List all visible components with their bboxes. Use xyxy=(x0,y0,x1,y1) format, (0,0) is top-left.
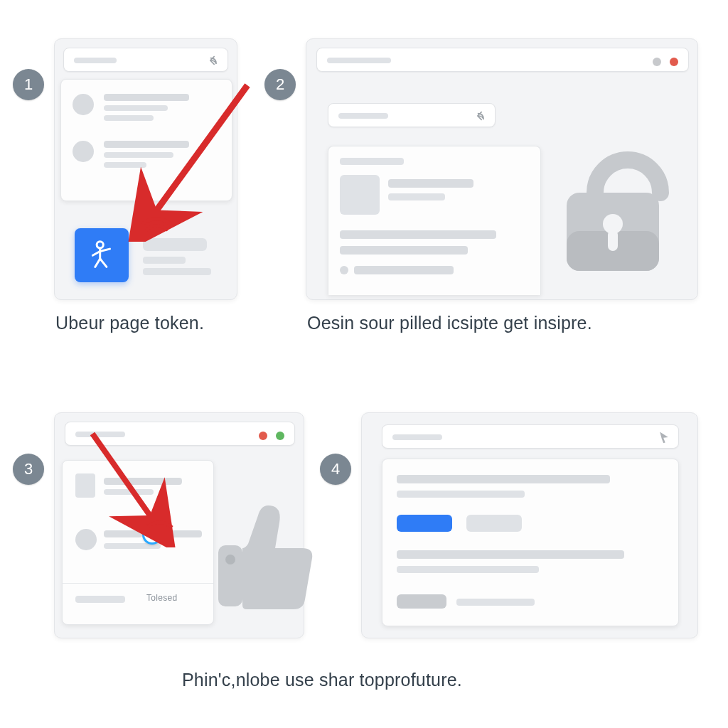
address-placeholder xyxy=(327,58,391,63)
list-line xyxy=(104,105,168,111)
app-tile[interactable] xyxy=(75,228,129,282)
result-line xyxy=(397,475,610,483)
svg-rect-5 xyxy=(608,230,618,251)
svg-rect-6 xyxy=(218,545,242,606)
window-dot-green xyxy=(276,432,284,440)
primary-action-button[interactable] xyxy=(397,515,452,532)
search-placeholder xyxy=(338,113,388,119)
list-line xyxy=(104,141,189,148)
content-line xyxy=(354,266,454,274)
window-dot-red xyxy=(670,58,678,66)
app-sub-bar xyxy=(143,257,186,264)
row-avatar xyxy=(75,529,97,550)
suggestion-list-card xyxy=(60,79,232,201)
card-sub-line xyxy=(104,489,154,495)
step-badge-1: 1 xyxy=(13,69,44,100)
list-line xyxy=(104,94,189,101)
content-line xyxy=(340,246,468,255)
list-avatar xyxy=(73,141,94,162)
window-dot-grey xyxy=(653,58,661,66)
content-thumb xyxy=(340,175,380,215)
result-line xyxy=(397,550,624,559)
share-arrow-icon[interactable] xyxy=(473,109,488,123)
card-title-line xyxy=(104,478,182,485)
list-line xyxy=(104,115,154,121)
footer-label: Tolesed xyxy=(146,593,177,603)
step-badge-3: 3 xyxy=(13,454,44,485)
panel-step-4 xyxy=(361,412,698,638)
content-dot xyxy=(340,266,348,274)
card-divider xyxy=(63,583,213,584)
open-lock-icon xyxy=(560,124,680,281)
share-arrow-icon[interactable] xyxy=(206,53,220,68)
thumbs-up-icon xyxy=(214,498,321,619)
caption-step-1: Ubeur page token. xyxy=(55,313,204,333)
list-line xyxy=(104,162,146,168)
svg-point-7 xyxy=(225,555,235,564)
step-badge-2: 2 xyxy=(264,69,296,100)
result-line xyxy=(397,566,539,573)
search-bar[interactable] xyxy=(328,103,496,127)
tutorial-steps-diagram: 1 xyxy=(0,0,728,728)
panel-step-3: i Tolesed xyxy=(54,412,304,638)
app-label-bar xyxy=(143,238,207,251)
address-bar[interactable] xyxy=(63,48,228,72)
token-indicator[interactable]: i xyxy=(142,525,162,545)
browser-bar[interactable] xyxy=(316,48,689,72)
card-icon xyxy=(75,473,95,498)
result-chip xyxy=(397,594,446,609)
content-line xyxy=(340,158,404,165)
person-icon xyxy=(85,237,118,273)
caption-step-2: Oesin sour pilled icsipte get insipre. xyxy=(307,313,592,333)
settings-card: i Tolesed xyxy=(62,460,214,625)
browser-bar[interactable] xyxy=(65,422,295,446)
address-placeholder xyxy=(74,58,117,63)
row-line xyxy=(104,530,142,537)
content-card xyxy=(328,146,541,295)
address-placeholder xyxy=(392,434,442,440)
content-line xyxy=(388,179,473,188)
app-sub-bar xyxy=(143,268,211,275)
content-line xyxy=(340,230,496,239)
caption-bottom: Phin'c,nlobe use shar topprofuture. xyxy=(182,670,462,690)
window-dot-red xyxy=(259,432,267,440)
footer-bar xyxy=(75,596,125,603)
list-line xyxy=(104,152,173,158)
row-line xyxy=(162,530,202,537)
panel-step-1 xyxy=(54,38,237,300)
cursor-icon xyxy=(657,430,671,444)
panel-step-2 xyxy=(306,38,698,300)
content-line xyxy=(388,193,445,200)
result-card xyxy=(382,459,679,626)
browser-bar[interactable] xyxy=(382,424,679,449)
step-badge-4: 4 xyxy=(320,454,351,485)
list-avatar xyxy=(73,94,94,115)
address-placeholder xyxy=(75,432,125,437)
secondary-action-button[interactable] xyxy=(466,515,522,532)
result-line xyxy=(397,491,525,498)
result-line xyxy=(456,599,535,606)
